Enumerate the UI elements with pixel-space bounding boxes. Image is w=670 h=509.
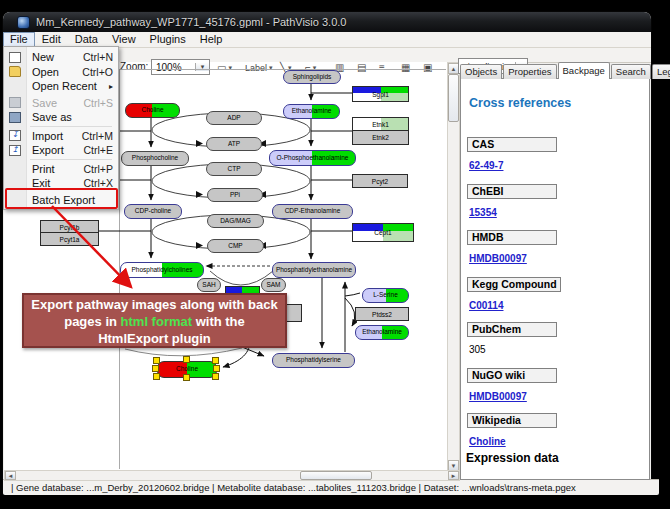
xref-link-wikipedia[interactable]: Choline bbox=[469, 436, 506, 447]
gene-tool-button[interactable]: ▭ ▾ bbox=[215, 60, 234, 75]
selection-handle[interactable] bbox=[183, 356, 190, 363]
node-phosphatidylserine[interactable]: Phosphatidylserine bbox=[272, 353, 355, 368]
chevron-down-icon[interactable]: ▾ bbox=[195, 63, 209, 71]
selection-handle[interactable] bbox=[212, 373, 219, 380]
xref-link-kegg[interactable]: C00114 bbox=[469, 300, 503, 311]
scroll-right-arrow[interactable]: ► bbox=[448, 471, 459, 480]
callout-highlight: html format bbox=[121, 314, 193, 329]
node-atp[interactable]: ATP bbox=[206, 137, 262, 151]
menu-item-open-recent[interactable]: Open Recent ▸ bbox=[4, 79, 118, 94]
menu-plugins[interactable]: Plugins bbox=[143, 32, 193, 47]
node-choline-top[interactable]: Choline bbox=[125, 103, 180, 118]
node-ethanolamine-bottom[interactable]: Ethanolamine bbox=[355, 325, 409, 340]
menu-edit[interactable]: Edit bbox=[35, 32, 68, 47]
menu-data[interactable]: Data bbox=[68, 32, 105, 47]
callout-line1: Export pathway images along with back bbox=[24, 296, 285, 313]
node-adp[interactable]: ADP bbox=[206, 111, 262, 125]
export-icon: ↥ bbox=[9, 145, 21, 156]
chevron-down-icon: ▾ bbox=[228, 64, 232, 72]
menu-item-import[interactable]: ↧ Import Ctrl+M bbox=[4, 129, 118, 144]
tab-properties[interactable]: Properties bbox=[503, 64, 556, 79]
gene-ptdss2[interactable]: Ptdss2 bbox=[355, 307, 409, 321]
node-cmp[interactable]: CMP bbox=[207, 239, 264, 253]
menu-item-print[interactable]: Print Ctrl+P bbox=[4, 162, 118, 177]
selection-handle[interactable] bbox=[152, 365, 159, 372]
xref-link-hmdb[interactable]: HMDB00097 bbox=[469, 253, 527, 264]
status-text: | Gene database: ...m_Derby_20120602.bri… bbox=[11, 482, 576, 493]
node-cdp-choline[interactable]: CDP-choline bbox=[124, 204, 182, 219]
gene-pcyt1a[interactable]: Pcyt1a bbox=[40, 232, 99, 246]
xref-header-pubchem: PubChem bbox=[467, 322, 557, 337]
menu-help[interactable]: Help bbox=[193, 32, 230, 47]
xref-value-pubchem: 305 bbox=[469, 344, 486, 355]
tab-backpage[interactable]: Backpage bbox=[558, 62, 610, 79]
node-sam[interactable]: SAM bbox=[261, 278, 286, 292]
menu-item-open[interactable]: Open Ctrl+O bbox=[4, 65, 118, 80]
align-middle-button[interactable]: ▤ bbox=[355, 60, 368, 75]
selection-handle[interactable] bbox=[183, 374, 190, 381]
open-folder-icon bbox=[9, 66, 21, 77]
node-phosphatidylethanolamine[interactable]: Phosphatidylethanolamine bbox=[272, 262, 356, 278]
batch-export-highlight-box bbox=[5, 188, 118, 209]
stack-vertical-button[interactable]: ≡ bbox=[377, 60, 387, 75]
xref-link-cas[interactable]: 62-49-7 bbox=[469, 160, 503, 171]
selection-handle[interactable] bbox=[153, 373, 160, 380]
new-document-icon bbox=[9, 52, 21, 63]
scrollbar-thumb[interactable] bbox=[300, 471, 372, 480]
canvas-horizontal-scrollbar[interactable]: ◄ ► bbox=[4, 470, 460, 481]
selection-handle[interactable] bbox=[153, 357, 160, 364]
menu-item-save-as[interactable]: Save as bbox=[4, 110, 118, 125]
node-ppi[interactable]: PPi bbox=[207, 188, 263, 202]
callout-line2: pages in html format with the bbox=[24, 313, 285, 330]
node-dag-mag[interactable]: DAG/MAG bbox=[207, 214, 264, 228]
stack-horizontal-icon: ▦ bbox=[401, 62, 410, 73]
save-icon bbox=[9, 97, 21, 108]
label-tool-button[interactable]: Label ▾ bbox=[243, 60, 275, 75]
backpage-panel: Cross references CAS 62-49-7 ChEBI 15354… bbox=[460, 78, 650, 480]
tab-legend[interactable]: Legend bbox=[652, 64, 670, 79]
status-bar: | Gene database: ...m_Derby_20120602.bri… bbox=[3, 479, 659, 495]
menu-item-export[interactable]: ↥ Export Ctrl+E bbox=[4, 143, 118, 158]
import-icon: ↧ bbox=[9, 130, 21, 141]
selection-handle[interactable] bbox=[213, 365, 220, 372]
tab-objects[interactable]: Objects bbox=[460, 64, 502, 79]
node-phosphatidylcholines[interactable]: Phosphatidylcholines bbox=[120, 262, 204, 278]
title-bar[interactable]: Mm_Kennedy_pathway_WP1771_45176.gpml - P… bbox=[3, 12, 651, 32]
node-sphingolipids[interactable]: Sphingolipids bbox=[283, 70, 341, 84]
node-cdp-ethanolamine[interactable]: CDP-Ethanolamine bbox=[272, 204, 353, 219]
zoom-combobox[interactable]: 100% ▾ bbox=[151, 59, 210, 75]
align-middle-icon: ▤ bbox=[357, 62, 366, 73]
menu-item-new[interactable]: New Ctrl+N bbox=[4, 50, 118, 65]
callout-line3: HtmlExport plugin bbox=[24, 330, 285, 347]
screenshot-stage: Mm_Kennedy_pathway_WP1771_45176.gpml - P… bbox=[0, 0, 670, 509]
node-ctp[interactable]: CTP bbox=[206, 162, 262, 176]
annotation-callout: Export pathway images along with back pa… bbox=[22, 293, 287, 348]
selection-handle[interactable] bbox=[212, 357, 219, 364]
save-as-icon bbox=[9, 112, 21, 123]
tab-search[interactable]: Search bbox=[611, 64, 651, 79]
gene-pcyt2[interactable]: Pcyt2 bbox=[352, 174, 408, 188]
scroll-left-arrow[interactable]: ◄ bbox=[5, 471, 16, 480]
node-o-phosphoethanolamine[interactable]: O-Phosphoethanolamine bbox=[269, 150, 356, 166]
layout-button[interactable]: ▣ bbox=[421, 60, 434, 75]
xref-link-chebi[interactable]: 15354 bbox=[469, 207, 497, 218]
node-phosphocholine[interactable]: Phosphocholine bbox=[121, 151, 189, 166]
chevron-down-icon: ▾ bbox=[269, 64, 273, 72]
node-l-serine[interactable]: L-Serine bbox=[362, 288, 409, 303]
menu-file[interactable]: File bbox=[3, 32, 35, 47]
node-sah[interactable]: SAH bbox=[197, 278, 221, 292]
file-menu-dropdown: New Ctrl+N Open Ctrl+O Open Recent ▸ Sav… bbox=[3, 46, 119, 210]
xref-header-wikipedia: Wikipedia bbox=[467, 413, 557, 428]
gene-sgpl1[interactable]: Sgpl1 bbox=[352, 86, 409, 102]
xref-header-hmdb: HMDB bbox=[467, 230, 557, 245]
scrollbar-thumb[interactable] bbox=[448, 74, 459, 122]
node-ethanolamine-top[interactable]: Ethanolamine bbox=[283, 104, 340, 119]
gene-cept1[interactable]: Cept1 bbox=[352, 223, 414, 242]
gene-etnk2[interactable]: Etnk2 bbox=[352, 130, 409, 145]
submenu-arrow-icon: ▸ bbox=[109, 82, 113, 91]
zoom-label: Zoom: bbox=[120, 61, 148, 72]
xref-link-nugo[interactable]: HMDB00097 bbox=[469, 391, 527, 402]
stack-horizontal-button[interactable]: ▦ bbox=[399, 60, 412, 75]
menu-view[interactable]: View bbox=[105, 32, 143, 47]
canvas-vertical-scrollbar[interactable]: ▲ ▼ bbox=[447, 62, 460, 472]
